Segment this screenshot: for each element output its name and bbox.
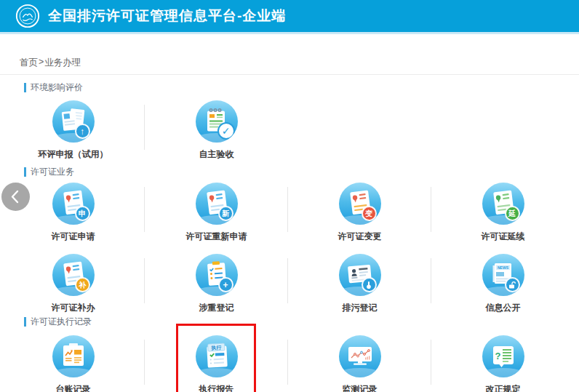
tile-heavy-metal-reg[interactable]: + 涉重登记 [145,254,288,313]
info-disclosure-icon: NEWS [482,254,524,296]
tile-self-accept[interactable]: ✓ 自主验收 [145,100,288,159]
correction-icon: ? [482,335,524,377]
badge-change: 变 [362,206,377,221]
tile-label: 许可证补办 [52,303,95,313]
tile-correction[interactable]: ? 改正规定 [431,335,575,392]
upload-arrow-icon: ↑ [75,124,90,139]
breadcrumb: 首页 > 业务办理 [0,57,579,75]
tile-row-permit-1: 申 许可证申请 新 许可证重新申请 [1,183,579,241]
badge-renew: 延 [505,206,520,221]
breadcrumb-current: 业务办理 [44,57,81,69]
tile-permit-reapply[interactable]: 新 许可证重新申请 [145,183,288,241]
tile-label: 许可证延续 [482,231,525,241]
page-title: 全国排污许可证管理信息平台-企业端 [48,7,286,25]
section-accent-bar [24,317,26,327]
tile-row-permit-2: 补 许可证补办 + 涉重登记 [1,254,579,313]
tile-label: 许可证变更 [338,231,382,241]
tile-label: 许可证重新申请 [186,231,247,241]
heavy-metal-reg-icon: + [196,254,238,296]
tile-row-eia: ↑ 环评申报（试用） ✓ [1,100,579,159]
news-text: NEWS [498,265,509,270]
tile-label: 监测记录 [343,384,378,392]
tile-info-disclosure[interactable]: NEWS 信息公开 [431,254,575,313]
tile-label: 涉重登记 [199,303,234,313]
discharge-reg-icon [339,254,381,296]
monitoring-icon [339,335,381,377]
app-header: 全国排污许可证管理信息平台-企业端 [0,0,579,34]
check-icon: ✓ [217,122,235,140]
tile-row-exec: 台账记录 执行 执行报告 [1,335,579,392]
mee-emblem-icon [15,3,41,29]
tile-label: 台账记录 [56,384,91,392]
permit-reapply-icon: 新 [196,183,238,225]
carousel-prev-button[interactable] [1,183,30,211]
tile-label: 改正规定 [486,384,521,392]
section-header-eia: 环境影响评价 [24,82,579,92]
permit-apply-icon: 申 [52,183,95,225]
section-accent-bar [24,167,26,177]
tile-permit-reissue[interactable]: 补 许可证补办 [1,254,145,313]
exec-report-icon: 执行 [196,335,238,377]
section-header-exec: 许可证执行记录 [24,316,579,327]
section-title: 许可证执行记录 [31,316,92,328]
section-header-permit: 许可证业务 [24,167,579,177]
question-mark-icon: ? [495,351,500,361]
plus-icon: + [218,277,233,292]
tile-eia-report[interactable]: ↑ 环评申报（试用） [1,100,145,159]
section-title: 许可证业务 [31,166,74,178]
hand-pointer-icon [362,277,377,292]
tile-label: 信息公开 [486,303,521,313]
permit-change-icon: 变 [339,183,381,225]
tile-label: 排污登记 [343,303,378,313]
badge-reapply: 新 [218,206,233,221]
tile-label: 环评申报（试用） [39,149,108,159]
business-portal-page: 全国排污许可证管理信息平台-企业端 首页 > 业务办理 环境影响评价 [0,0,579,392]
permit-reissue-icon: 补 [52,254,95,296]
chevron-left-icon [1,183,30,211]
tile-label: 执行报告 [199,384,234,392]
ledger-icon [52,335,95,377]
section-accent-bar [24,83,26,92]
tile-permit-renew[interactable]: 延 许可证延续 [431,183,575,241]
tile-label: 自主验收 [199,149,234,159]
tile-ledger[interactable]: 台账记录 [1,335,145,392]
self-accept-icon: ✓ [196,100,238,143]
tile-discharge-reg[interactable]: 排污登记 [288,254,431,313]
permit-renew-icon: 延 [482,183,524,225]
badge-apply: 申 [75,206,90,221]
eia-report-icon: ↑ [52,100,95,143]
tile-monitoring[interactable]: 监测记录 [288,335,431,392]
unlock-icon [505,277,520,292]
breadcrumb-home-link[interactable]: 首页 [20,57,38,69]
breadcrumb-separator: > [39,57,44,69]
tile-permit-change[interactable]: 变 许可证变更 [288,183,431,241]
section-title: 环境影响评价 [31,81,83,94]
tile-label: 许可证申请 [52,231,95,241]
tile-exec-report[interactable]: 执行 执行报告 [145,335,288,392]
badge-reissue: 补 [75,277,90,292]
